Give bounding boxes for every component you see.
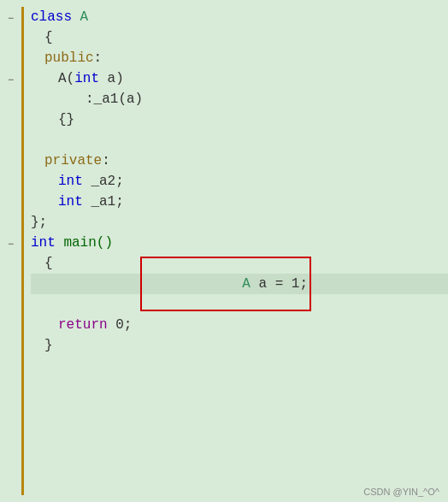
code-lines: class A { public: A(int a) :_a1(a) {} — [27, 7, 448, 495]
keyword-return: return — [58, 315, 108, 335]
colon-private: : — [102, 151, 110, 171]
line-9: int _a2; — [31, 171, 448, 192]
line-11: }; — [31, 212, 448, 233]
return-val: 0; — [108, 315, 133, 335]
access-public: public — [44, 48, 94, 68]
class-end: }; — [31, 212, 47, 233]
fold-icon-11[interactable]: − — [3, 234, 19, 255]
watermark: CSDN @YIN_^O^ — [363, 487, 439, 497]
class-name: A — [80, 7, 89, 27]
keyword-int-a2: int — [58, 171, 83, 192]
decl-rest: a = 1; — [251, 276, 308, 292]
param-a: a) — [99, 68, 124, 89]
brace-open: { — [44, 27, 53, 48]
line-14: A a = 1; — [31, 274, 448, 294]
line-6: {} — [31, 109, 448, 130]
line-3: public: — [31, 48, 448, 68]
fold-icon-3[interactable]: − — [3, 70, 19, 91]
line-4: A(int a) — [31, 68, 448, 89]
line-10: int _a1; — [31, 192, 448, 212]
main-brace-close: } — [44, 335, 53, 356]
line-17: } — [31, 335, 448, 356]
class-a-usage: A — [242, 276, 251, 292]
line-1: class A — [31, 7, 448, 27]
empty-body: {} — [58, 109, 74, 130]
line-8: private: — [31, 151, 448, 171]
colon-public: : — [94, 48, 103, 68]
keyword-int-main: int — [31, 233, 56, 253]
keyword-int-a1: int — [58, 192, 83, 212]
keyword-class: class — [31, 7, 80, 27]
keyword-int-param: int — [74, 68, 99, 89]
member-a2: _a2; — [83, 171, 124, 192]
line-7 — [31, 130, 448, 151]
code-area: − − − class A { — [0, 0, 448, 502]
line-5: :_a1(a) — [31, 89, 448, 109]
member-a1: _a1; — [83, 192, 124, 212]
editor: − − − class A { — [0, 0, 448, 502]
main-brace-open: { — [44, 253, 53, 274]
gutter: − − − — [0, 7, 24, 495]
line-2: { — [31, 27, 448, 48]
constructor-name: A( — [58, 68, 74, 89]
access-private: private — [44, 151, 102, 171]
highlight-box: A a = 1; — [140, 257, 311, 311]
initializer: :_a1(a) — [85, 89, 143, 109]
fold-icon-0[interactable]: − — [3, 9, 19, 29]
